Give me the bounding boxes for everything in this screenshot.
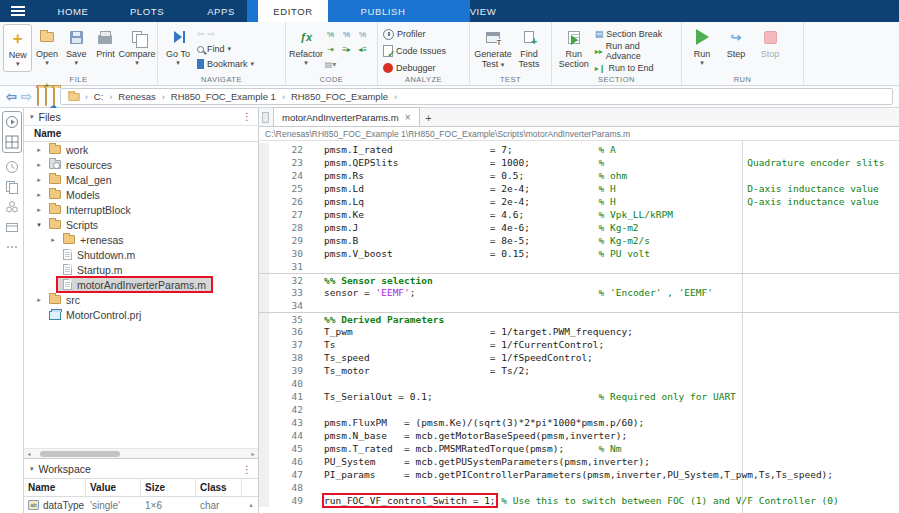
line-number[interactable]: 31 [259,260,311,273]
line-number[interactable]: 27 [259,208,311,221]
profiler-button[interactable]: Profiler [381,27,448,41]
code-line-34[interactable]: 34 [259,299,899,312]
code-line-46[interactable]: 46PU_System = mcb.getPUSystemParameters(… [259,455,899,468]
code-line-41[interactable]: 41Ts_SerialOut = 0.1; % Required only fo… [259,390,899,403]
breadcrumb-segment[interactable]: RH850_FOC_Example [291,91,388,102]
workspace-column-name[interactable]: Name [24,479,86,496]
line-number[interactable]: 25 [259,182,311,195]
save-button[interactable]: Save▾ [62,24,91,72]
tab-close-icon[interactable]: × [405,112,411,123]
editor-shortcut-icon[interactable] [4,114,20,130]
breadcrumb-segment[interactable]: Renesas [118,91,156,102]
code-area[interactable]: 22pmsm.I_rated = 7; % A23pmsm.QEPSlits =… [259,141,899,513]
expand-arrow-icon[interactable]: ▸ [48,236,58,244]
code-line-30[interactable]: 30pmsm.V_boost = 0.15; % PU volt [259,247,899,260]
line-number[interactable]: 35 [259,313,311,325]
line-number[interactable]: 40 [259,377,311,390]
workspace-column-class[interactable]: Class [196,479,242,496]
bookmark-button[interactable]: Bookmark▾ [195,57,256,71]
step-button[interactable]: ↪ Step [719,24,753,72]
line-number[interactable]: 34 [259,299,311,312]
refactor-button[interactable]: ƒx Refactor▾ [289,24,323,72]
line-number[interactable]: 45 [259,442,311,455]
line-number[interactable]: 33 [259,286,311,299]
expand-arrow-icon[interactable]: ▸ [34,176,44,184]
workspace-panel-header[interactable]: ▾ Workspace ⋮ [24,458,258,478]
expand-arrow-icon[interactable]: ▸ [34,206,44,214]
apps-icon[interactable] [4,199,20,215]
new-folder-icon[interactable]: ▪ [37,88,39,106]
ribbon-tab-home[interactable]: HOME [36,0,110,22]
line-number[interactable]: 23 [259,156,311,169]
code-line-28[interactable]: 28pmsm.J = 4e-6; % Kg-m2 [259,221,899,234]
ribbon-tab-view[interactable]: VIEW [438,0,528,22]
tree-item-interruptblock[interactable]: ▸InterruptBlock [24,202,258,217]
tree-item-motorandinverterparams-m[interactable]: motorAndInverterParams.m [24,277,258,292]
tree-item-scripts[interactable]: ▾Scripts [24,217,258,232]
debugger-button[interactable]: Debugger [381,61,448,75]
run-button[interactable]: Run▾ [685,24,719,72]
line-number[interactable]: 43 [259,416,311,429]
new-button[interactable]: + New▾ [3,24,32,72]
workspace-column-size[interactable]: Size [141,479,196,496]
line-number[interactable]: 46 [259,455,311,468]
line-number[interactable]: 37 [259,338,311,351]
code-line-38[interactable]: 38Ts_speed = 1/fSpeedControl; [259,351,899,364]
tree-item-work[interactable]: ▸work [24,142,258,157]
code-line-47[interactable]: 47PI_params = mcb.getPIControllerParamet… [259,468,899,481]
goto-button[interactable]: Go To▾ [161,24,195,72]
run-to-end-button[interactable]: ▸❙ Run to End [593,61,678,75]
line-number[interactable]: 24 [259,169,311,182]
code-line-29[interactable]: 29pmsm.B = 8e-5; % Kg-m2/s [259,234,899,247]
code-line-37[interactable]: 37Ts = 1/fCurrentControl; [259,338,899,351]
uncomment-icon[interactable]: % [355,27,370,41]
code-display-icon[interactable]: ▤▾ [323,57,338,71]
code-issues-button[interactable]: Code Issues [381,44,448,58]
expand-arrow-icon[interactable]: ▸ [34,191,44,199]
workspace-cell-class[interactable]: char [196,497,242,513]
comment-icon[interactable]: % [323,27,338,41]
code-line-45[interactable]: 45pmsm.T_rated = mcb.PMSMRatedTorque(pms… [259,442,899,455]
code-line-24[interactable]: 24pmsm.Rs = 0.5; % ohm [259,169,899,182]
expand-arrow-icon[interactable]: ▾ [34,221,44,229]
scroll-right-icon[interactable]: ▸ [248,450,258,457]
code-line-39[interactable]: 39Ts_motor = Ts/2; [259,364,899,377]
code-line-42[interactable]: 42 [259,403,899,416]
new-tab-button[interactable]: + [420,112,438,126]
line-number[interactable]: 38 [259,351,311,364]
code-line-25[interactable]: 25pmsm.Ld = 2e-4; % H D-axis inductance … [259,182,899,195]
files-horizontal-scrollbar[interactable]: ◂ ▸ [24,448,258,458]
line-number[interactable]: 28 [259,221,311,234]
tree-item-models[interactable]: ▸Models [24,187,258,202]
line-number[interactable]: 49 [259,494,311,507]
open-folder-plus-icon[interactable]: + [45,88,47,106]
line-number[interactable]: 26 [259,195,311,208]
ribbon-tab-editor[interactable]: EDITOR [258,0,328,22]
expand-arrow-icon[interactable]: ▸ [34,146,44,154]
generate-test-button[interactable]: Generate Test ▾ [473,24,513,72]
workspace-column-value[interactable]: Value [86,479,141,496]
line-number[interactable]: 39 [259,364,311,377]
line-number[interactable]: 47 [259,468,311,481]
grid-panels-icon[interactable] [4,134,20,150]
workspace-row[interactable]: abdataType'single'1×6char▲ [24,497,258,513]
file-compare-icon[interactable] [4,179,20,195]
breadcrumb-segment[interactable]: RH850_FOC_Example 1 [171,91,276,102]
line-number[interactable]: 42 [259,403,311,416]
run-and-advance-button[interactable]: ▸▸ Run and Advance [593,44,678,58]
code-line-48[interactable]: 48 [259,481,899,494]
tree-item-shutdown-m[interactable]: Shutdown.m [24,247,258,262]
code-line-35[interactable]: 35%% Derived Parameters [259,312,899,325]
line-number[interactable]: 22 [259,143,311,156]
editor-pane-handle-icon[interactable] [262,112,269,123]
indent-right-icon[interactable]: ≡▸ [339,42,354,56]
workspace-cell-size[interactable]: 1×6 [141,497,196,513]
workspace-cell-name[interactable]: abdataType [24,497,86,513]
tree-item-motorcontrol-prj[interactable]: MotorControl.prj [24,307,258,322]
cloud-folder-icon[interactable]: ☁ [53,88,55,106]
expand-arrow-icon[interactable]: ▸ [34,296,44,304]
files-panel-header[interactable]: ▾ Files ⋮ [24,108,258,126]
code-line-32[interactable]: 32%% Sensor selection [259,273,899,286]
workspace-menu-icon[interactable]: ⋮ [242,464,252,475]
tree-item--renesas[interactable]: ▸+renesas [24,232,258,247]
